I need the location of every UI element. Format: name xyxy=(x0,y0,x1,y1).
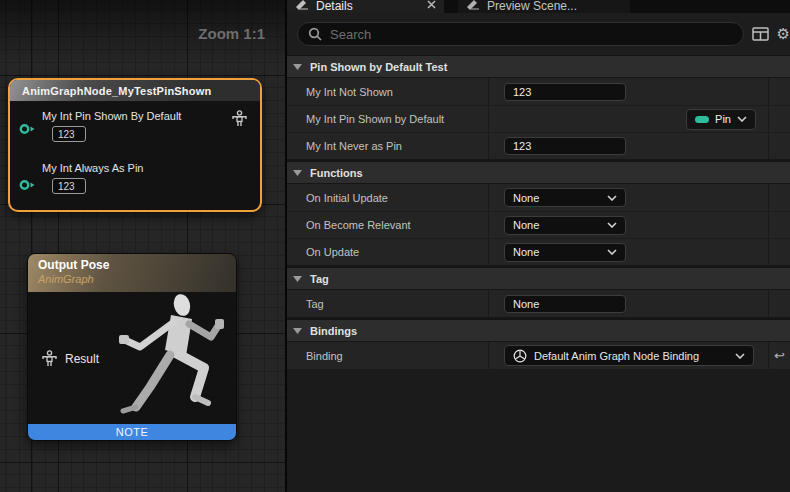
property-row: Tag None xyxy=(287,290,790,317)
pose-pin-icon[interactable] xyxy=(42,350,57,367)
unreal-editor-window: Zoom 1:1 AnimGraphNode_MyTestPinShown My… xyxy=(0,0,790,492)
node-note-bar[interactable]: NOTE xyxy=(28,424,236,440)
node-title: Output Pose xyxy=(38,258,236,272)
zoom-level-label: Zoom 1:1 xyxy=(198,25,265,42)
class-sphere-icon xyxy=(513,349,527,363)
property-row: On Update None xyxy=(287,238,790,265)
category-bindings[interactable]: Bindings xyxy=(287,319,790,342)
pin-value-input[interactable]: 123 xyxy=(52,126,86,142)
preview-scene-tab-icon xyxy=(466,0,480,12)
chevron-down-icon xyxy=(735,353,745,359)
int-input[interactable]: 123 xyxy=(504,83,626,101)
property-row: My Int Pin Shown by Default Pin xyxy=(287,105,790,132)
anim-graph-canvas[interactable]: Zoom 1:1 AnimGraphNode_MyTestPinShown My… xyxy=(0,0,285,492)
property-row: On Initial Update None xyxy=(287,184,790,211)
category-functions[interactable]: Functions xyxy=(287,161,790,184)
result-pin-label: Result xyxy=(65,352,99,366)
tag-input[interactable]: None xyxy=(504,295,626,313)
tab-details[interactable]: Details xyxy=(287,0,444,13)
node-header[interactable]: Output Pose AnimGraph xyxy=(28,254,236,293)
search-input[interactable] xyxy=(330,27,733,42)
int-input[interactable]: 123 xyxy=(504,137,626,155)
node-subtitle: AnimGraph xyxy=(38,273,236,285)
category-tag[interactable]: Tag xyxy=(287,267,790,290)
property-row: My Int Never as Pin 123 xyxy=(287,132,790,159)
pin-pill-icon xyxy=(695,116,709,123)
function-dropdown[interactable]: None xyxy=(504,243,626,262)
search-box[interactable] xyxy=(297,22,744,46)
category-pin-shown-by-default-test[interactable]: Pin Shown by Default Test xyxy=(287,55,790,78)
pin-label: My Int Pin Shown By Default xyxy=(42,110,181,122)
function-dropdown[interactable]: None xyxy=(504,188,626,207)
running-mannequin-image xyxy=(116,291,234,427)
details-toolbar: ⚙ xyxy=(287,13,790,55)
pin-mode-dropdown[interactable]: Pin xyxy=(686,109,756,130)
settings-gear-icon[interactable]: ⚙ xyxy=(777,27,790,42)
chevron-down-icon xyxy=(607,249,617,255)
pin-label: My Int Always As Pin xyxy=(42,162,143,174)
binding-class-dropdown[interactable]: Default Anim Graph Node Binding xyxy=(504,345,754,366)
chevron-down-icon xyxy=(607,195,617,201)
collapse-arrow-icon[interactable] xyxy=(293,64,302,70)
graph-node-mytestpinshown[interactable]: AnimGraphNode_MyTestPinShown My Int Pin … xyxy=(8,78,262,212)
collapse-arrow-icon[interactable] xyxy=(293,328,302,334)
int-pin-icon[interactable] xyxy=(19,179,36,191)
pose-pin-icon[interactable] xyxy=(232,110,247,127)
reset-to-default-icon[interactable]: ↩ xyxy=(774,349,785,362)
panel-tab-strip: Details Preview Scene... xyxy=(287,0,790,13)
collapse-arrow-icon[interactable] xyxy=(293,170,302,176)
close-icon[interactable] xyxy=(427,0,436,9)
pin-value-input[interactable]: 123 xyxy=(52,178,86,194)
tab-preview-scene[interactable]: Preview Scene... xyxy=(458,0,630,13)
property-row: My Int Not Shown 123 xyxy=(287,78,790,105)
collapse-arrow-icon[interactable] xyxy=(293,276,302,282)
node-header[interactable]: AnimGraphNode_MyTestPinShown xyxy=(10,80,260,102)
property-row: Binding Default Anim Graph Node Binding … xyxy=(287,342,790,369)
function-dropdown[interactable]: None xyxy=(504,216,626,235)
display-view-icon[interactable] xyxy=(752,27,769,41)
graph-node-output-pose[interactable]: Output Pose AnimGraph xyxy=(27,253,237,441)
node-title: AnimGraphNode_MyTestPinShown xyxy=(22,85,211,97)
property-row: On Become Relevant None xyxy=(287,211,790,238)
details-property-list: Pin Shown by Default Test My Int Not Sho… xyxy=(287,55,790,492)
chevron-down-icon xyxy=(607,222,617,228)
details-panel: Details Preview Scene... xyxy=(285,0,790,492)
chevron-down-icon xyxy=(737,116,747,122)
details-tab-icon xyxy=(295,0,309,12)
int-pin-icon[interactable] xyxy=(19,123,36,135)
search-icon xyxy=(308,27,322,41)
